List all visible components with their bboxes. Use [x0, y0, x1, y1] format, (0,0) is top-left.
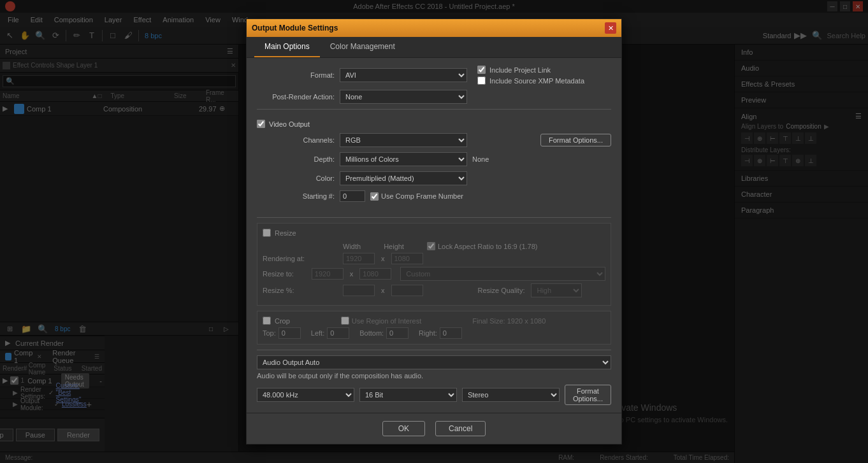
starting-hash-label: Starting #: — [257, 192, 340, 200]
format-options-btn[interactable]: Format Options... — [540, 134, 611, 146]
depth-select[interactable]: Millions of Colors — [340, 152, 467, 166]
modal-body: Format: AVI Include Project Link Include… — [247, 58, 621, 413]
left-label: Left: — [311, 329, 324, 337]
video-output-checkbox[interactable] — [257, 120, 265, 128]
include-source-xmp-checkbox[interactable] — [477, 76, 486, 85]
right-label: Right: — [419, 329, 437, 337]
post-render-row: Post-Render Action: None — [257, 90, 611, 104]
audio-section: Audio Output Auto Audio will be output o… — [257, 350, 611, 405]
resize-pct-x: x — [381, 287, 385, 294]
use-comp-frame-text: Use Comp Frame Number — [381, 192, 463, 200]
resize-to-h — [359, 268, 391, 280]
use-region-label: Use Region of Interest — [341, 317, 421, 325]
channels-select[interactable]: RGB — [340, 133, 467, 147]
video-output-header: Video Output — [257, 120, 611, 128]
use-comp-frame-label[interactable]: Use Comp Frame Number — [370, 192, 463, 201]
tab-main-options[interactable]: Main Options — [254, 37, 320, 57]
cancel-btn[interactable]: Cancel — [435, 421, 486, 436]
include-project-link-checkbox[interactable] — [477, 66, 486, 74]
starting-hash-input[interactable] — [340, 190, 365, 202]
height-label: Height — [384, 243, 404, 250]
crop-left-field: Left: — [311, 327, 349, 339]
resize-to-label: Resize to: — [263, 270, 308, 278]
format-label: Format: — [257, 71, 340, 79]
rendering-at-h — [391, 253, 423, 264]
crop-title: Crop — [275, 317, 290, 325]
include-source-xmp-text: Include Source XMP Metadata — [489, 77, 584, 85]
use-comp-frame-checkbox[interactable] — [370, 192, 379, 201]
audio-format-options-btn[interactable]: Format Options... — [565, 385, 611, 405]
audio-controls: 48.000 kHz 16 Bit Stereo Format Options.… — [257, 385, 611, 405]
rendering-at-row: Rendering at: x — [263, 253, 605, 264]
lock-aspect-checkbox[interactable] — [427, 242, 435, 250]
channels-label: Channels: — [257, 136, 340, 144]
video-output-section: Video Output Channels: RGB Format Option… — [257, 115, 611, 212]
ok-btn[interactable]: OK — [382, 421, 425, 436]
modal-tabs: Main Options Color Management — [247, 37, 621, 58]
use-region-text: Use Region of Interest — [352, 317, 421, 325]
crop-fields: Top: Left: Bottom: Right: — [263, 327, 605, 339]
use-region-checkbox — [341, 317, 349, 325]
depth-select-wrapper: Millions of Colors — [340, 152, 467, 166]
post-render-select-wrapper: None — [340, 90, 467, 104]
video-output-title: Video Output — [269, 120, 310, 128]
resize-to-dropdown: Custom — [400, 267, 605, 281]
post-render-select[interactable]: None — [340, 90, 467, 104]
tab-color-management[interactable]: Color Management — [320, 37, 405, 57]
format-select[interactable]: AVI — [340, 68, 467, 82]
depth-row: Depth: Millions of Colors None — [257, 152, 611, 166]
post-render-label: Post-Render Action: — [257, 93, 340, 101]
depth-label: Depth: — [257, 155, 340, 163]
format-select-wrapper: AVI — [340, 68, 467, 82]
bottom-label: Bottom: — [359, 329, 384, 337]
resize-title: Resize — [275, 229, 296, 237]
top-label: Top: — [263, 329, 276, 337]
include-project-link-text: Include Project Link — [489, 66, 551, 74]
modal-footer: OK Cancel — [247, 413, 621, 444]
modal-overlay: Output Module Settings ✕ Main Options Co… — [0, 0, 868, 463]
top-input — [278, 327, 301, 339]
divider-2 — [257, 217, 611, 218]
include-source-xmp-label[interactable]: Include Source XMP Metadata — [477, 76, 584, 85]
resize-pct-label: Resize %: — [263, 287, 339, 294]
resize-quality-select: High — [531, 283, 582, 297]
starting-hash-row: Starting #: Use Comp Frame Number — [257, 190, 611, 202]
resize-pct-w — [343, 285, 375, 296]
audio-khz-select[interactable]: 48.000 kHz — [257, 388, 354, 402]
audio-output-select[interactable]: Audio Output Auto — [257, 355, 611, 369]
resize-to-row: Resize to: x Custom — [263, 267, 605, 281]
modal-titlebar: Output Module Settings ✕ — [247, 19, 621, 37]
color-select[interactable]: Premultiplied (Matted) — [340, 171, 467, 185]
output-module-settings-dialog: Output Module Settings ✕ Main Options Co… — [246, 18, 622, 445]
include-project-link-label[interactable]: Include Project Link — [477, 66, 584, 74]
right-input — [440, 327, 462, 339]
channels-row: Channels: RGB Format Options... — [257, 133, 611, 147]
resize-checkbox[interactable] — [263, 229, 271, 237]
crop-checkbox[interactable] — [263, 317, 271, 325]
resize-section: Resize Width Height Lock Aspect Ratio to… — [257, 223, 611, 306]
final-size-label: Final Size: 1920 x 1080 — [472, 317, 546, 325]
audio-bit-select[interactable]: 16 Bit — [359, 388, 457, 402]
none-label: None — [472, 155, 489, 163]
color-label: Color: — [257, 175, 340, 182]
rendering-at-label: Rendering at: — [263, 255, 339, 262]
color-select-wrapper: Premultiplied (Matted) — [340, 171, 467, 185]
crop-top-field: Top: — [263, 327, 301, 339]
crop-right-field: Right: — [419, 327, 462, 339]
bottom-input — [386, 327, 409, 339]
resize-to-w — [312, 268, 344, 280]
lock-aspect-text: Lock Aspect Ratio to 16:9 (1.78) — [438, 243, 538, 250]
wh-lock-row: Width Height Lock Aspect Ratio to 16:9 (… — [263, 242, 605, 250]
resize-pct-h — [391, 285, 423, 296]
lock-aspect-label[interactable]: Lock Aspect Ratio to 16:9 (1.78) — [427, 242, 538, 250]
resize-to-x: x — [350, 270, 354, 278]
channels-select-wrapper: RGB — [340, 133, 467, 147]
modal-title: Output Module Settings — [252, 24, 338, 32]
color-row: Color: Premultiplied (Matted) — [257, 171, 611, 185]
resize-pct-row: Resize %: x Resize Quality: High — [263, 283, 605, 297]
rendering-at-x: x — [381, 255, 385, 262]
modal-close-btn[interactable]: ✕ — [605, 22, 616, 34]
left-input — [327, 327, 349, 339]
crop-bottom-field: Bottom: — [359, 327, 409, 339]
audio-channel-select[interactable]: Stereo — [462, 388, 560, 402]
